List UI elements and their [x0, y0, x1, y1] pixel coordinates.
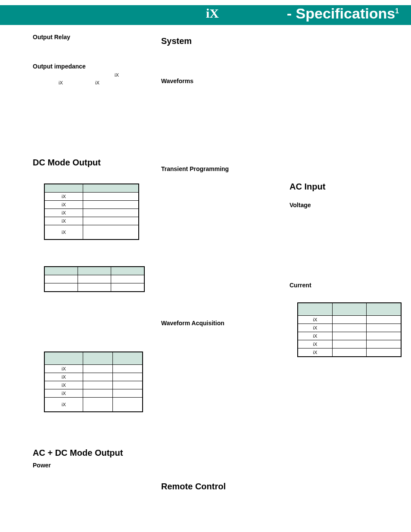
banner-ix: iX [206, 6, 219, 21]
dc1-r4c0: iX [44, 225, 83, 240]
cur-r0c0: iX [298, 316, 332, 324]
cur-r3c0: iX [298, 340, 332, 348]
heading-dc-mode: DC Mode Output [33, 158, 101, 168]
heading-power: Power [33, 462, 51, 469]
dc3-r0c2 [113, 365, 143, 373]
dc1-r1c1 [83, 201, 139, 209]
dc3-r2c2 [113, 381, 143, 389]
cur-r1c2 [367, 324, 401, 332]
dc3-h1 [83, 352, 113, 365]
heading-ac-input: AC Input [290, 182, 325, 192]
dc1-r1c0: iX [44, 201, 83, 209]
dc1-r0c1 [83, 193, 139, 201]
cur-r0c1 [332, 316, 367, 324]
heading-voltage: Voltage [290, 202, 311, 208]
banner-title: - Specifications1 [287, 5, 399, 22]
dc1-r3c1 [83, 217, 139, 225]
oi-ix-a: iX [115, 72, 119, 78]
header-banner: iX - Specifications1 [0, 5, 411, 25]
dc1-r2c1 [83, 209, 139, 217]
dc2-h1 [78, 267, 111, 275]
heading-acdc-mode: AC + DC Mode Output [33, 448, 123, 458]
heading-current: Current [290, 282, 311, 289]
dc1-r3c0: iX [44, 217, 83, 225]
heading-output-relay: Output Relay [33, 34, 70, 40]
cur-r2c1 [332, 332, 367, 340]
heading-transient: Transient Programming [161, 165, 229, 172]
dc3-r4c0: iX [44, 398, 83, 412]
dc-table-3: iX iX iX iX iX [44, 352, 143, 412]
dc3-r4c1 [83, 398, 113, 412]
oi-ix-c: iX [95, 80, 100, 85]
cur-r3c2 [367, 340, 401, 348]
cur-h1 [332, 303, 367, 316]
cur-r1c1 [332, 324, 367, 332]
dc-table-2 [44, 266, 145, 292]
banner-title-sup: 1 [395, 7, 399, 15]
dc2-h0 [44, 267, 78, 275]
banner-title-text: - Specifications [287, 5, 395, 22]
dc3-r3c2 [113, 389, 143, 398]
dc1-h0 [44, 184, 83, 193]
dc3-r0c1 [83, 365, 113, 373]
dc2-r0c0 [44, 275, 78, 283]
dc3-r4c2 [113, 398, 143, 412]
cur-r3c1 [332, 340, 367, 348]
current-table: iX iX iX iX iX [297, 302, 402, 357]
dc3-r1c0: iX [44, 373, 83, 381]
dc3-r1c1 [83, 373, 113, 381]
dc2-r0c1 [78, 275, 111, 283]
dc2-r1c1 [78, 283, 111, 292]
dc3-r1c2 [113, 373, 143, 381]
heading-system: System [161, 36, 192, 46]
dc-table-1: iX iX iX iX iX [44, 184, 139, 240]
dc2-r1c0 [44, 283, 78, 292]
cur-r2c0: iX [298, 332, 332, 340]
dc3-r2c0: iX [44, 381, 83, 389]
dc3-r3c1 [83, 389, 113, 398]
cur-r4c2 [367, 348, 401, 357]
dc3-r2c1 [83, 381, 113, 389]
dc3-r0c0: iX [44, 365, 83, 373]
cur-h2 [367, 303, 401, 316]
dc2-h2 [111, 267, 145, 275]
heading-output-impedance: Output impedance [33, 63, 86, 70]
dc1-r0c0: iX [44, 193, 83, 201]
cur-r1c0: iX [298, 324, 332, 332]
dc2-r1c2 [111, 283, 145, 292]
dc3-h2 [113, 352, 143, 365]
oi-ix-b: iX [59, 80, 63, 85]
heading-waveforms: Waveforms [161, 78, 193, 84]
cur-r2c2 [367, 332, 401, 340]
cur-h0 [298, 303, 332, 316]
cur-r4c0: iX [298, 348, 332, 357]
dc2-r0c2 [111, 275, 145, 283]
dc1-r4c1 [83, 225, 139, 240]
heading-wave-acq: Waveform Acquisition [161, 320, 224, 327]
dc1-r2c0: iX [44, 209, 83, 217]
dc1-h1 [83, 184, 139, 193]
dc3-h0 [44, 352, 83, 365]
heading-remote: Remote Control [161, 482, 226, 492]
cur-r4c1 [332, 348, 367, 357]
dc3-r3c0: iX [44, 389, 83, 398]
cur-r0c2 [367, 316, 401, 324]
